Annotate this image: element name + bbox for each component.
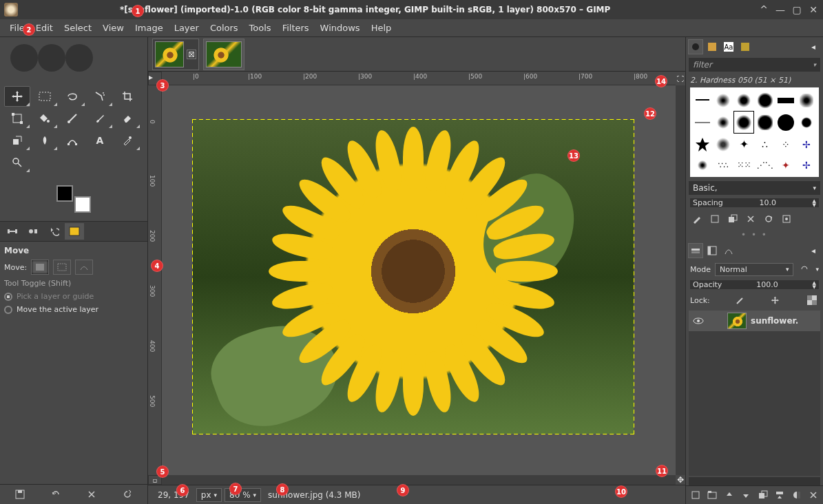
- layer-row[interactable]: sunflower.: [689, 311, 820, 331]
- ruler-horizontal[interactable]: |0|100|200|300|400|500|600|700|800|900: [162, 72, 676, 85]
- new-group-icon[interactable]: [705, 488, 719, 502]
- brush-cell[interactable]: ⋰⋱: [755, 156, 774, 174]
- menu-image[interactable]: Image: [129, 20, 169, 36]
- nav-preview-icon[interactable]: ✥: [676, 475, 685, 485]
- brush-preset-dropdown[interactable]: Basic,▾: [689, 181, 820, 195]
- duplicate-layer-icon[interactable]: [756, 488, 770, 502]
- brush-cell[interactable]: [713, 112, 733, 133]
- image-tab-1[interactable]: ⊠: [152, 39, 199, 70]
- refresh-brushes-icon[interactable]: [762, 212, 775, 226]
- text-tool[interactable]: A: [87, 130, 113, 151]
- canvas[interactable]: [193, 120, 634, 434]
- lock-pixels-icon[interactable]: [733, 293, 747, 307]
- mask-layer-icon[interactable]: [790, 488, 804, 502]
- mode-chev-icon[interactable]: ▾: [815, 266, 819, 273]
- free-select-tool[interactable]: [59, 86, 85, 107]
- tab-undo-history[interactable]: [44, 223, 63, 240]
- tab-layers[interactable]: [688, 243, 703, 258]
- image-tab-2[interactable]: [203, 39, 244, 70]
- brush-cell[interactable]: [734, 112, 753, 133]
- layers-dock-menu-icon[interactable]: ◂: [806, 243, 821, 258]
- canvas-viewport[interactable]: [162, 85, 676, 475]
- tab-fonts[interactable]: Aa: [721, 39, 736, 54]
- tab-device-status[interactable]: [23, 223, 43, 240]
- brush-cell[interactable]: [713, 134, 733, 154]
- brush-cell[interactable]: [693, 156, 712, 174]
- duplicate-brush-icon[interactable]: [726, 212, 740, 226]
- move-mode-path[interactable]: [75, 260, 93, 275]
- move-tool[interactable]: [4, 86, 30, 107]
- radio-pick-layer[interactable]: [4, 293, 12, 301]
- minimize-button[interactable]: —: [775, 4, 786, 15]
- window-up-icon[interactable]: ^: [758, 4, 769, 15]
- tab-history[interactable]: [738, 39, 753, 54]
- bg-color[interactable]: [74, 196, 91, 213]
- menu-view[interactable]: View: [97, 20, 129, 36]
- brush-cell[interactable]: ∵∴: [713, 156, 733, 174]
- open-as-image-icon[interactable]: [780, 212, 793, 226]
- brush-cell[interactable]: [755, 112, 774, 133]
- clone-tool[interactable]: [4, 130, 30, 151]
- radio-move-active[interactable]: [4, 306, 12, 314]
- zoom-fit-icon[interactable]: ⛶: [676, 72, 685, 85]
- delete-layer-icon[interactable]: [806, 488, 820, 502]
- paintbrush-tool[interactable]: [87, 108, 113, 129]
- brush-cell[interactable]: [755, 90, 774, 110]
- brush-cell[interactable]: [693, 90, 712, 110]
- tab-patterns[interactable]: [705, 39, 720, 54]
- brush-cell[interactable]: ✦: [734, 134, 753, 154]
- smudge-tool[interactable]: [32, 130, 58, 151]
- brush-grid[interactable]: ✦∴⁘✢∵∴⁙⁙⋰⋱✦✢: [690, 87, 819, 177]
- menu-colors[interactable]: Colors: [205, 20, 244, 36]
- menu-help[interactable]: Help: [366, 20, 397, 36]
- brush-cell[interactable]: [776, 90, 795, 110]
- tab-brushes[interactable]: [688, 39, 703, 54]
- eraser-tool[interactable]: [114, 108, 140, 129]
- brush-cell[interactable]: ⁙⁙: [734, 156, 753, 174]
- layer-name[interactable]: sunflower.: [751, 316, 798, 326]
- color-picker-tool[interactable]: [114, 130, 140, 151]
- brush-cell[interactable]: [734, 90, 753, 110]
- move-mode-selection[interactable]: [53, 260, 71, 275]
- unit-dropdown[interactable]: px▾: [196, 488, 222, 502]
- transform-tool[interactable]: [4, 108, 30, 129]
- menu-tools[interactable]: Tools: [244, 20, 277, 36]
- menu-select[interactable]: Select: [59, 20, 97, 36]
- layer-down-icon[interactable]: [739, 488, 753, 502]
- close-image-tab-1[interactable]: ⊠: [187, 50, 196, 59]
- merge-down-icon[interactable]: [773, 488, 786, 502]
- move-mode-layer[interactable]: [31, 260, 49, 275]
- brush-cell[interactable]: ∴: [755, 134, 774, 154]
- brush-cell[interactable]: ✦: [776, 156, 795, 174]
- brush-cell[interactable]: [693, 112, 712, 133]
- scrollbar-vertical[interactable]: [676, 85, 685, 475]
- fg-color[interactable]: [56, 185, 73, 202]
- tab-tool-options[interactable]: [3, 223, 22, 240]
- menu-layer[interactable]: Layer: [169, 20, 205, 36]
- brush-cell[interactable]: [713, 90, 733, 110]
- dock-separator[interactable]: • • •: [686, 229, 823, 241]
- visibility-eye-icon[interactable]: [691, 314, 705, 328]
- new-layer-icon[interactable]: [689, 488, 702, 502]
- brush-cell[interactable]: [797, 112, 816, 133]
- tab-images[interactable]: [65, 223, 84, 240]
- gradient-tool[interactable]: [59, 108, 85, 129]
- brush-cell[interactable]: [797, 90, 816, 110]
- edit-brush-icon[interactable]: [690, 212, 704, 226]
- brush-cell[interactable]: [776, 112, 795, 133]
- tab-channels[interactable]: [705, 243, 720, 258]
- rect-select-tool[interactable]: [32, 86, 58, 107]
- spacing-spinner[interactable]: Spacing 10.0 ▲▼: [690, 198, 819, 207]
- restore-preset-icon[interactable]: [49, 487, 63, 501]
- fuzzy-select-tool[interactable]: [87, 86, 113, 107]
- path-tool[interactable]: [59, 130, 85, 151]
- mode-reset-icon[interactable]: [798, 262, 811, 276]
- bucket-fill-tool[interactable]: [32, 108, 58, 129]
- brush-cell[interactable]: ✢: [797, 156, 816, 174]
- reset-preset-icon[interactable]: [121, 487, 134, 501]
- brush-cell[interactable]: [693, 134, 712, 154]
- layer-up-icon[interactable]: [722, 488, 736, 502]
- lock-position-icon[interactable]: [769, 293, 782, 307]
- tab-paths[interactable]: [721, 243, 736, 258]
- ruler-vertical[interactable]: 0100200300400500: [148, 85, 162, 475]
